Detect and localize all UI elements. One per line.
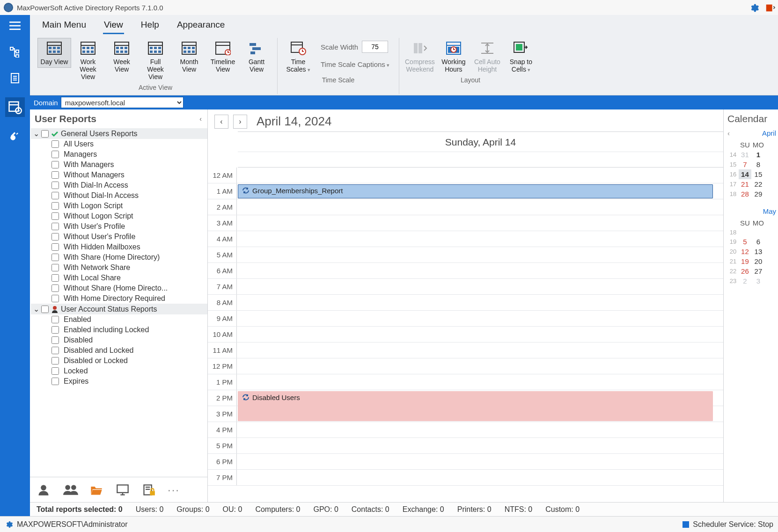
report-item[interactable]: With Dial-In Access: [31, 180, 207, 190]
report-item[interactable]: Without Logon Script: [31, 211, 207, 221]
report-checkbox[interactable]: [51, 274, 59, 282]
schedule-grid[interactable]: 12 AM1 AM2 AM3 AM4 AM5 AM6 AM7 AM8 AM9 A…: [208, 168, 723, 502]
report-checkbox[interactable]: [51, 326, 59, 334]
report-checkbox[interactable]: [51, 192, 59, 199]
report-item[interactable]: With Hidden Mailboxes: [31, 242, 207, 252]
hour-cell[interactable]: [237, 327, 723, 342]
folder-open-icon[interactable]: [89, 483, 104, 496]
hour-cell[interactable]: [237, 311, 723, 326]
appointment[interactable]: Disabled Users: [238, 391, 713, 421]
report-checkbox[interactable]: [51, 367, 59, 375]
view-timeline-view-button[interactable]: Timeline View: [206, 38, 240, 75]
mini-day[interactable]: 27: [751, 266, 765, 276]
mini-day[interactable]: 13: [751, 247, 765, 256]
mini-day[interactable]: 21: [739, 179, 751, 189]
report-item[interactable]: Expires: [31, 376, 207, 386]
hour-cell[interactable]: [237, 263, 723, 278]
view-day-view-button[interactable]: Day View: [37, 38, 71, 68]
report-checkbox[interactable]: [51, 182, 59, 189]
report-checkbox[interactable]: [51, 254, 59, 261]
report-item[interactable]: Managers: [31, 149, 207, 160]
chevron-down-icon[interactable]: ⌄: [33, 305, 39, 313]
group-checkbox[interactable]: [41, 306, 49, 313]
mini-day[interactable]: 28: [739, 189, 751, 199]
report-checkbox[interactable]: [51, 378, 59, 385]
mini-day[interactable]: 26: [739, 266, 751, 276]
report-checkbox[interactable]: [51, 284, 59, 292]
time-scales-button[interactable]: Time Scales: [281, 38, 315, 75]
menu-main-menu[interactable]: Main Menu: [41, 19, 87, 34]
appointment[interactable]: Group_Memberships_Report: [238, 184, 713, 198]
time-scale-captions-button[interactable]: Time Scale Captions: [318, 58, 392, 71]
view-work-week-view-button[interactable]: Work Week View: [71, 38, 105, 83]
report-item[interactable]: With Local Share: [31, 273, 207, 283]
report-checkbox[interactable]: [51, 171, 59, 179]
report-checkbox[interactable]: [51, 202, 59, 210]
view-gantt-view-button[interactable]: Gantt View: [240, 38, 273, 75]
hour-cell[interactable]: [237, 343, 723, 358]
hour-cell[interactable]: [237, 454, 723, 469]
report-item[interactable]: Locked: [31, 366, 207, 376]
collapse-panel-icon[interactable]: ‹: [199, 115, 202, 123]
hour-cell[interactable]: [237, 358, 723, 374]
report-item[interactable]: Without User's Profile: [31, 232, 207, 242]
report-item[interactable]: Without Dial-In Access: [31, 190, 207, 201]
more-icon[interactable]: ···: [168, 483, 183, 496]
report-item[interactable]: Enabled including Locked: [31, 325, 207, 335]
chevron-down-icon[interactable]: ⌄: [33, 129, 39, 138]
mini-day[interactable]: 5: [739, 237, 751, 247]
report-checkbox[interactable]: [51, 264, 59, 271]
key-icon[interactable]: [8, 129, 22, 143]
report-checkbox[interactable]: [51, 336, 59, 344]
mini-day[interactable]: 1: [751, 150, 765, 160]
office-export-icon[interactable]: [765, 3, 774, 12]
layout-working-hours-button[interactable]: Working Hours: [437, 38, 470, 75]
user-icon[interactable]: [37, 483, 51, 496]
report-item[interactable]: All Users: [31, 139, 207, 149]
hour-cell[interactable]: [237, 168, 723, 183]
report-checkbox[interactable]: [51, 233, 59, 240]
report-item[interactable]: Disabled: [31, 335, 207, 345]
mini-day[interactable]: [739, 228, 751, 237]
tree-icon[interactable]: [8, 45, 22, 59]
report-group-header[interactable]: ⌄ User Account Status Reports: [31, 304, 207, 314]
hour-cell[interactable]: [237, 470, 723, 485]
report-item[interactable]: Without Managers: [31, 170, 207, 180]
report-checkbox[interactable]: [51, 140, 59, 148]
report-item[interactable]: Disabled or Locked: [31, 356, 207, 366]
mini-day[interactable]: 29: [751, 189, 765, 199]
hour-cell[interactable]: [237, 279, 723, 294]
hour-cell[interactable]: [237, 295, 723, 310]
next-day-button[interactable]: ›: [233, 115, 247, 129]
settings-gear-icon[interactable]: [749, 3, 758, 12]
view-month-view-button[interactable]: Month View: [172, 38, 206, 75]
report-checkbox[interactable]: [51, 151, 59, 158]
mini-day[interactable]: 20: [751, 256, 765, 266]
mini-day[interactable]: 3: [751, 276, 765, 286]
document-icon[interactable]: [8, 71, 22, 85]
report-item[interactable]: With Managers: [31, 160, 207, 170]
hour-cell[interactable]: [237, 215, 723, 231]
mini-day[interactable]: 7: [739, 160, 751, 169]
hour-cell[interactable]: [237, 374, 723, 390]
report-checkbox[interactable]: [51, 295, 59, 302]
mini-prev-icon[interactable]: ‹: [727, 129, 730, 137]
report-item[interactable]: Disabled and Locked: [31, 345, 207, 356]
hour-cell[interactable]: [237, 231, 723, 247]
report-lock-icon[interactable]: [141, 483, 156, 496]
reports-tree[interactable]: ⌄ General Users ReportsAll UsersManagers…: [30, 127, 207, 477]
report-item[interactable]: With Network Share: [31, 262, 207, 273]
report-item[interactable]: With User's Profile: [31, 221, 207, 232]
mini-day[interactable]: [751, 228, 765, 237]
report-group-header[interactable]: ⌄ General Users Reports: [31, 128, 207, 139]
hour-cell[interactable]: [237, 422, 723, 437]
mini-day[interactable]: 12: [739, 247, 751, 256]
mini-day[interactable]: 6: [751, 237, 765, 247]
mini-day[interactable]: 14: [739, 169, 751, 179]
hour-cell[interactable]: [237, 438, 723, 453]
report-item[interactable]: With Logon Script: [31, 201, 207, 211]
mini-day[interactable]: 15: [751, 169, 765, 179]
mini-day[interactable]: 22: [751, 179, 765, 189]
report-item[interactable]: Without Share (Home Directo...: [31, 283, 207, 293]
calendar-clock-icon[interactable]: [5, 97, 25, 117]
